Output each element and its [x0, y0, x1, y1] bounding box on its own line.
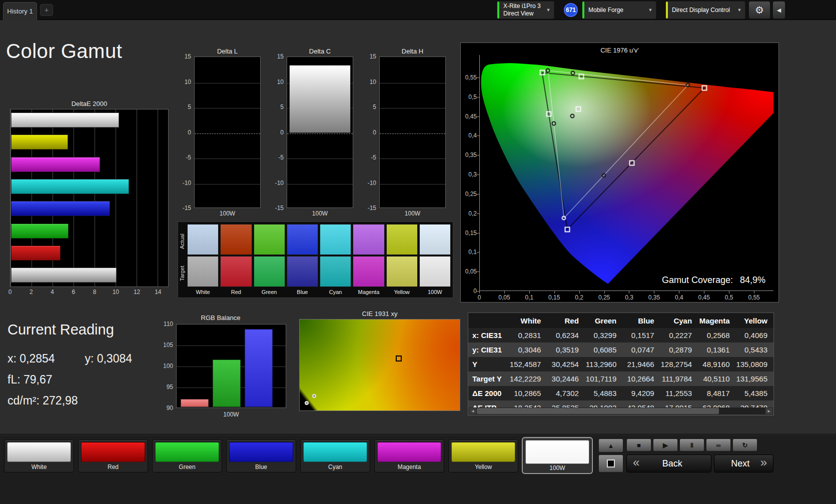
axis-tick-label: -10 [270, 180, 284, 186]
deltae2000-chart: DeltaE 2000 02468101214 [10, 100, 169, 296]
scrollbar-thumb[interactable] [477, 408, 719, 414]
rgb-balance-x-label: 100W [176, 411, 286, 418]
patch-button-red[interactable]: Red [78, 440, 148, 472]
measured-marker-red [685, 83, 690, 88]
actual-swatch-100w [419, 224, 451, 255]
scrollbar-track[interactable] [477, 408, 765, 414]
next-button[interactable]: Next » [714, 454, 773, 472]
axis-tick-label: 0,45 [698, 294, 710, 301]
deltae-bar-green [11, 224, 69, 238]
table-cell: 0,2568 [698, 328, 735, 342]
gridline [74, 110, 74, 286]
patch-swatch [451, 442, 515, 462]
axis-tick-label: 15 [270, 53, 284, 60]
tick-mark [477, 272, 479, 272]
patch-button-100w[interactable]: 100W [522, 438, 592, 474]
axis-tick-label: 0,05 [462, 268, 477, 275]
axis-tick-label: -10 [362, 180, 376, 186]
measured-marker-blue [562, 216, 566, 220]
table-cell: 0,1517 [622, 328, 660, 342]
axis-tick-label: 0,3 [625, 294, 633, 301]
patch-label: Green [153, 464, 222, 470]
bottom-bar: WhiteRedGreenBlueCyanMagentaYellow100W ▲… [0, 434, 836, 504]
axis-tick-label: 10 [113, 288, 119, 296]
up-arrow-icon: ▲ [608, 442, 614, 450]
expand-panel-button[interactable]: ▲ [598, 438, 623, 452]
corner-cell [468, 313, 509, 328]
axis-tick-label: 0,15 [462, 230, 477, 236]
target-marker-blue [564, 226, 570, 232]
deltae-bar-yellow [11, 134, 68, 150]
repeat-measure-button[interactable]: ↻ [732, 438, 757, 452]
display-control-dropdown[interactable]: Direct Display Control ▼ [665, 1, 745, 19]
table-cell: 10,2664 [622, 372, 660, 386]
target-marker-green [539, 70, 545, 76]
back-button[interactable]: « Back [626, 454, 711, 472]
chart-title: Delta C [287, 48, 353, 56]
actual-swatch-green [254, 224, 285, 255]
axis-tick-label: 0,5 [462, 94, 477, 100]
page-title: Color Gamut [6, 40, 122, 62]
swatch-label: Red [220, 288, 252, 296]
rgb-bar-red [181, 399, 209, 407]
cie1976-horseshoe [480, 55, 773, 290]
measure-stop-button[interactable]: ■ [626, 438, 651, 452]
table-cell: 0,6085 [585, 342, 622, 357]
cie1976-title: CIE 1976 u'v' [461, 46, 778, 54]
control-status-bar [666, 2, 668, 18]
delta-chart-h: Delta H151050-5-10-15100W [379, 48, 446, 217]
continuous-measure-button[interactable]: ∞ [706, 438, 731, 452]
add-tab-button[interactable]: + [40, 4, 53, 16]
patch-button-blue[interactable]: Blue [226, 440, 296, 472]
pattern-source-dropdown[interactable]: Mobile Forge ▼ [582, 1, 656, 19]
patch-button-cyan[interactable]: Cyan [300, 440, 370, 472]
gridline [116, 110, 116, 286]
tab-history-1[interactable]: History 1 [3, 2, 37, 20]
table-cell: 4,7302 [547, 386, 584, 400]
axis-tick-label: 90 [155, 404, 173, 412]
axis-tick-label: 105 [155, 342, 173, 348]
axis-tick-label: 0,1 [462, 248, 477, 256]
axis-tick-label: -5 [177, 154, 191, 161]
table-cell: 142,2229 [509, 372, 547, 386]
table-cell: 30,4254 [547, 357, 584, 372]
table-cell: 40,5110 [698, 372, 735, 386]
table-row: Target Y142,222930,2446101,711910,266411… [468, 372, 773, 386]
scroll-left-button[interactable]: ◄ [469, 408, 477, 414]
target-swatch-white [187, 256, 219, 287]
swatch-column-blue: Blue [287, 224, 318, 296]
table-cell: 9,4209 [622, 386, 660, 400]
collapse-panel-button[interactable]: ◀ [772, 1, 785, 19]
axis-tick-label: 5 [362, 104, 376, 110]
measure-pause-button[interactable]: Ⅱ [679, 438, 704, 452]
tick-mark [479, 291, 480, 294]
patch-button-magenta[interactable]: Magenta [374, 440, 444, 472]
table-cell: 48,9160 [698, 357, 735, 372]
patch-window-icon [607, 460, 615, 468]
table-cell: 113,2960 [585, 357, 622, 372]
axis-tick-label: 100 [155, 362, 173, 370]
patch-button-white[interactable]: White [4, 440, 74, 472]
axis-tick-label: 10 [270, 78, 284, 86]
target-marker-cyan [546, 112, 551, 117]
gridline [287, 158, 353, 159]
axis-tick-label: 0,1 [525, 294, 533, 301]
meter-dropdown[interactable]: X-Rite i1Pro 3Direct View ▼ [497, 1, 554, 19]
axis-tick-label: -15 [362, 204, 376, 212]
source-name: Mobile Forge [588, 6, 623, 14]
axis-tick-label: 15 [362, 53, 376, 60]
patch-label: Red [79, 464, 148, 470]
gridline [380, 184, 445, 184]
target-marker-red [702, 85, 707, 90]
axis-tick-label: 0 [9, 288, 12, 296]
scroll-right-button[interactable]: ► [765, 408, 773, 414]
gridline [195, 83, 260, 84]
patch-button-green[interactable]: Green [152, 440, 222, 472]
row-label: y: CIE31 [468, 342, 509, 357]
patch-button-yellow[interactable]: Yellow [448, 440, 518, 472]
actual-target-swatch-panel: Actual Target WhiteRedGreenBlueCyanMagen… [178, 222, 453, 298]
settings-button[interactable]: ⚙ [748, 1, 770, 19]
axis-tick-label: 0,4 [675, 294, 683, 301]
patch-window-button[interactable] [598, 454, 623, 472]
measure-play-button[interactable]: ▶ [653, 438, 678, 452]
